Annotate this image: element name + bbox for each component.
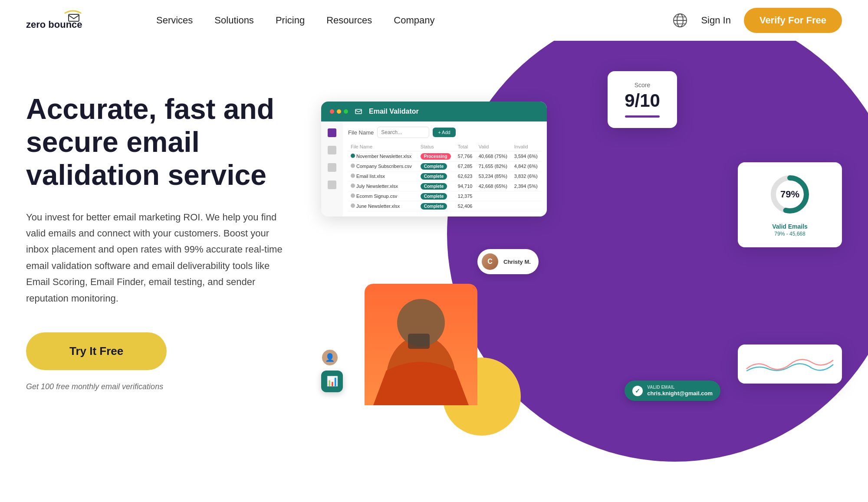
header: zero bounce Services Solutions Pricing R… xyxy=(0,0,868,41)
status-badge: Complete xyxy=(421,193,447,200)
globe-icon[interactable] xyxy=(672,13,688,28)
card-toolbar: File Name + Add xyxy=(348,127,542,138)
table-row: June Newsletter.xlsx Complete 52,406 xyxy=(348,201,542,211)
search-input[interactable] xyxy=(377,127,429,138)
cell-valid: 53,234 (85%) xyxy=(476,171,512,181)
col-total: Total xyxy=(455,142,476,151)
nav-icon-person xyxy=(328,128,336,137)
activity-card: 📊 xyxy=(321,371,343,392)
score-value: 9/10 xyxy=(623,90,661,111)
nav-resources[interactable]: Resources xyxy=(326,15,372,26)
status-dot xyxy=(351,194,355,198)
status-badge: Complete xyxy=(421,173,447,180)
dot-yellow xyxy=(337,109,341,114)
col-filename: File Name xyxy=(348,142,418,151)
col-status: Status xyxy=(418,142,455,151)
cell-total: 62,623 xyxy=(455,171,476,181)
cell-status: Complete xyxy=(418,201,455,211)
valid-emails-card: 79% Valid Emails 79% - 45,668 xyxy=(738,162,842,247)
cell-invalid: 4,842 (6%) xyxy=(512,161,542,171)
nav-icon-clock xyxy=(328,163,336,172)
nav-company[interactable]: Company xyxy=(394,15,434,26)
table-row: Ecomm Signup.csv Complete 12,375 xyxy=(348,191,542,201)
logo-svg: zero bounce xyxy=(26,9,122,33)
valid-email-badge: ✓ VALID EMAIL chris.knight@gmail.com xyxy=(625,381,720,401)
christy-avatar: C xyxy=(482,253,498,270)
free-note: Get 100 free monthly email verifications xyxy=(26,382,312,391)
hero-left: Accurate, fast and secure email validati… xyxy=(26,67,312,391)
files-table: File Name Status Total Valid Invalid Nov… xyxy=(348,142,542,211)
dot-green xyxy=(344,109,348,114)
score-bar xyxy=(625,115,660,118)
avatar-small: 👤 xyxy=(321,349,339,366)
nav-solutions[interactable]: Solutions xyxy=(214,15,254,26)
hero-description: You invest for better email marketing RO… xyxy=(26,209,286,306)
verify-free-button[interactable]: Verify For Free xyxy=(744,8,842,33)
donut-chart: 79% xyxy=(768,173,812,216)
chart-card xyxy=(738,345,842,384)
svg-text:zero bounce: zero bounce xyxy=(26,19,82,30)
status-dot xyxy=(351,164,355,168)
status-badge: Complete xyxy=(421,203,447,210)
valid-email-label: VALID EMAIL xyxy=(647,385,713,390)
try-it-free-button[interactable]: Try It Free xyxy=(26,332,167,370)
sign-in-link[interactable]: Sign In xyxy=(701,15,731,26)
status-dot xyxy=(351,184,355,188)
cell-status: Complete xyxy=(418,161,455,171)
dot-red xyxy=(330,109,334,114)
cell-filename: July Newsletter.xlsx xyxy=(348,181,418,191)
nav-icon-mail xyxy=(328,146,336,154)
svg-rect-7 xyxy=(355,109,362,114)
cell-filename: Ecomm Signup.csv xyxy=(348,191,418,201)
email-validator-card: Email Validator File Name + Add xyxy=(321,102,547,217)
logo: zero bounce xyxy=(26,9,122,33)
christy-name: Christy M. xyxy=(503,259,531,265)
person-card xyxy=(365,284,477,423)
cell-invalid xyxy=(512,191,542,201)
donut-percentage: 79% xyxy=(780,189,799,200)
cell-valid: 40,668 (75%) xyxy=(476,151,512,161)
toolbar-label: File Name xyxy=(348,129,374,136)
cell-invalid: 2,394 (5%) xyxy=(512,181,542,191)
cell-valid xyxy=(476,201,512,211)
cell-total: 12,375 xyxy=(455,191,476,201)
window-dots xyxy=(330,109,348,114)
add-button[interactable]: + Add xyxy=(433,128,455,137)
col-invalid: Invalid xyxy=(512,142,542,151)
cell-filename: June Newsletter.xlsx xyxy=(348,201,418,211)
check-circle-icon: ✓ xyxy=(632,386,643,396)
cell-filename: Email list.xlsx xyxy=(348,171,418,181)
envelope-icon xyxy=(355,108,362,115)
cell-valid: 42,668 (65%) xyxy=(476,181,512,191)
cell-status: Complete xyxy=(418,191,455,201)
hero-right: Score 9/10 Email Validator xyxy=(312,67,842,436)
cell-status: Complete xyxy=(418,181,455,191)
nav-pricing[interactable]: Pricing xyxy=(276,15,305,26)
cell-invalid: 3,832 (6%) xyxy=(512,171,542,181)
table-row: Company Subscribers.csv Complete 67,285 … xyxy=(348,161,542,171)
svg-rect-12 xyxy=(408,334,430,349)
card-content: File Name + Add File Name Status Total V… xyxy=(343,121,547,217)
score-label: Score xyxy=(623,82,661,89)
status-dot xyxy=(351,203,355,208)
person-image xyxy=(365,284,477,405)
avatar-emoji: 👤 xyxy=(325,353,335,362)
cell-total: 57,766 xyxy=(455,151,476,161)
nav-services[interactable]: Services xyxy=(156,15,193,26)
card-header: Email Validator xyxy=(321,102,547,121)
cell-filename: November Newsletter.xlsx xyxy=(348,151,418,161)
cell-invalid: 3,594 (6%) xyxy=(512,151,542,161)
table-row: July Newsletter.xlsx Complete 94,710 42,… xyxy=(348,181,542,191)
status-dot xyxy=(351,174,355,178)
valid-emails-label: Valid Emails xyxy=(748,223,832,230)
wave-chart-svg xyxy=(745,351,835,377)
cell-valid xyxy=(476,191,512,201)
col-valid: Valid xyxy=(476,142,512,151)
status-dot xyxy=(351,154,355,158)
cell-status: Processing xyxy=(418,151,455,161)
christy-card: C Christy M. xyxy=(477,249,539,274)
table-row: Email list.xlsx Complete 62,623 53,234 (… xyxy=(348,171,542,181)
valid-emails-sub: 79% - 45,668 xyxy=(748,231,832,237)
score-card: Score 9/10 xyxy=(608,71,677,128)
cell-filename: Company Subscribers.csv xyxy=(348,161,418,171)
